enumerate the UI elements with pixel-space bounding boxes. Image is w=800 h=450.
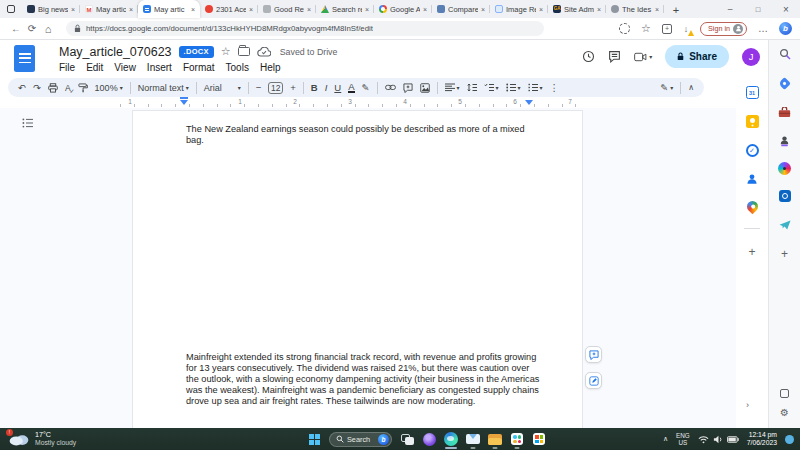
hide-menus-button[interactable] [688,83,694,92]
window-minimize-button[interactable] [716,0,744,18]
editing-mode-button[interactable] [660,82,673,93]
saved-to-drive-icon[interactable] [257,47,271,57]
print-button[interactable] [48,83,58,93]
share-button[interactable]: Share [665,45,729,68]
suggest-edits-floating-button[interactable] [585,372,602,389]
paint-format-button[interactable] [78,83,88,93]
tab-gmail[interactable]: MMay artic [80,0,138,18]
menu-tools[interactable]: Tools [226,62,249,73]
keep-icon[interactable] [746,115,759,128]
customize-sidebar-icon[interactable] [780,389,789,398]
slack-app-icon[interactable] [506,428,528,450]
tab-actions-icon[interactable] [0,0,22,18]
menu-file[interactable]: File [59,62,75,73]
home-button[interactable] [40,21,56,37]
contacts-icon[interactable] [746,173,758,185]
collections-icon[interactable] [662,24,672,34]
undo-button[interactable] [18,82,26,93]
line-spacing-button[interactable] [467,83,477,92]
tab-close-icon[interactable] [307,6,311,13]
language-indicator[interactable]: ENG US [676,432,690,447]
insert-image-button[interactable] [420,83,430,93]
weather-widget[interactable]: 17°C Mostly cloudy [8,428,76,450]
tab-big-news[interactable]: Big news [22,0,80,18]
bold-button[interactable]: B [311,82,318,93]
maps-icon[interactable] [744,199,760,215]
meet-button[interactable] [634,52,652,62]
numbered-list-button[interactable] [528,83,543,92]
zoom-select[interactable]: 100% [95,83,123,93]
increase-font-button[interactable] [290,82,296,93]
shopping-icon[interactable] [777,75,793,91]
taskbar-search-box[interactable]: Search [329,432,392,447]
tasks-icon[interactable] [746,144,759,157]
mail-app-icon[interactable] [462,428,484,450]
text-color-button[interactable]: A [348,82,354,93]
microsoft-365-app-icon[interactable] [528,428,550,450]
start-button[interactable] [304,428,324,450]
version-history-icon[interactable] [582,50,595,63]
tab-good-ret[interactable]: Good Ret [258,0,316,18]
comments-icon[interactable] [608,50,621,63]
loop-app-icon[interactable] [418,428,440,450]
star-document-icon[interactable] [221,45,231,58]
font-size-input[interactable]: 12 [268,82,283,94]
tab-drive-search[interactable]: Search re [316,0,374,18]
edge-app-icon[interactable] [440,428,462,450]
window-close-button[interactable] [772,0,800,18]
outlook-icon[interactable] [777,188,793,204]
tab-compare[interactable]: Compare [432,0,490,18]
sidebar-settings-gear-icon[interactable] [780,407,789,418]
tab-close-icon[interactable] [655,6,659,13]
insert-comment-button[interactable] [403,83,413,93]
align-button[interactable] [445,83,460,92]
task-view-button[interactable] [396,428,418,450]
tab-close-icon[interactable] [481,6,485,13]
tab-image-re[interactable]: Image Re [490,0,548,18]
google-docs-logo[interactable] [14,45,35,72]
tab-close-icon[interactable] [423,6,427,13]
document-page[interactable]: The New Zealand earnings season could po… [132,110,583,428]
tab-close-icon[interactable] [191,6,195,13]
paragraph-style-select[interactable]: Normal text [138,83,189,93]
redo-button[interactable] [33,82,41,93]
drop-icon[interactable] [777,217,793,233]
saved-status[interactable]: Saved to Drive [280,47,338,57]
downloads-icon[interactable] [680,23,692,35]
tray-status-icons[interactable] [698,435,739,444]
address-bar[interactable]: https://docs.google.com/document/d/133cH… [66,21,544,36]
underline-button[interactable]: U [334,82,341,93]
tab-site-adm[interactable]: GASite Adm [548,0,606,18]
doc-paragraph-2[interactable]: Mainfreight extended its strong financia… [133,352,540,407]
right-indent-marker[interactable] [525,100,533,105]
account-avatar[interactable]: J [742,48,760,66]
back-button[interactable] [8,21,24,37]
menu-edit[interactable]: Edit [86,62,103,73]
tab-google[interactable]: Google A [374,0,432,18]
italic-button[interactable]: I [325,82,328,93]
calendar-icon[interactable]: 31 [746,86,759,99]
add-sidebar-app-icon[interactable] [777,246,793,262]
bulleted-list-button[interactable] [506,83,521,92]
tab-docs-active[interactable]: May artic [138,0,200,18]
first-line-indent-marker[interactable] [180,97,188,99]
tab-2301[interactable]: 2301 Ace [200,0,258,18]
hide-side-panel-icon[interactable] [746,400,749,410]
doc-paragraph-1[interactable]: The New Zealand earnings season could po… [133,111,540,146]
tab-the-ides[interactable]: The Ides [606,0,664,18]
insert-link-button[interactable] [385,84,396,91]
checklist-button[interactable] [484,83,499,92]
font-select[interactable]: Arial [204,83,241,93]
designer-icon[interactable] [778,162,791,175]
decrease-font-button[interactable] [256,82,262,93]
tab-close-icon[interactable] [71,6,75,13]
window-maximize-button[interactable] [744,0,772,18]
menu-view[interactable]: View [114,62,136,73]
notification-badge[interactable] [785,435,794,444]
move-folder-icon[interactable] [238,47,250,56]
highlight-color-button[interactable] [362,82,370,93]
document-outline-icon[interactable] [22,118,34,128]
new-tab-button[interactable] [668,2,684,18]
menu-format[interactable]: Format [183,62,215,73]
browser-essentials-icon[interactable] [619,23,630,34]
